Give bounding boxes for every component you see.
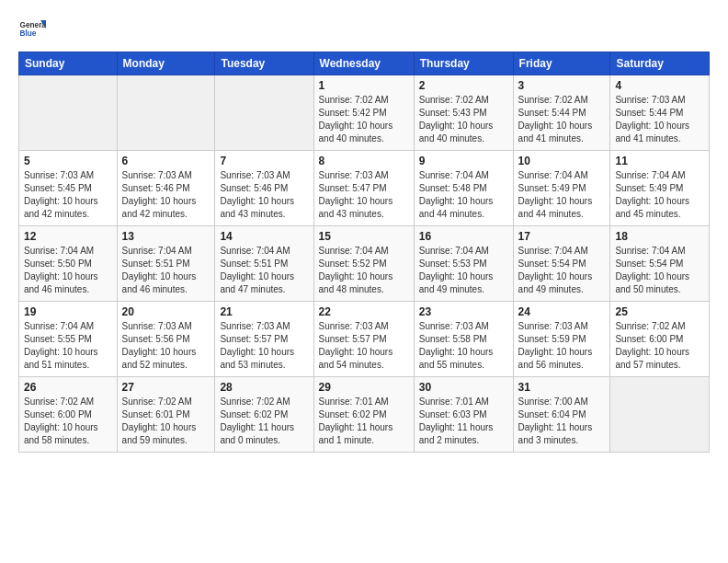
day-number: 16 bbox=[419, 230, 508, 243]
day-info: Sunrise: 7:03 AM Sunset: 5:46 PM Dayligh… bbox=[122, 169, 210, 221]
calendar-cell: 7Sunrise: 7:03 AM Sunset: 5:46 PM Daylig… bbox=[215, 151, 313, 226]
calendar-cell bbox=[117, 75, 215, 151]
calendar-cell: 5Sunrise: 7:03 AM Sunset: 5:45 PM Daylig… bbox=[19, 151, 118, 226]
calendar-cell: 24Sunrise: 7:03 AM Sunset: 5:59 PM Dayli… bbox=[513, 302, 610, 377]
day-number: 13 bbox=[122, 230, 210, 243]
calendar-cell bbox=[610, 377, 710, 453]
calendar-week-row: 5Sunrise: 7:03 AM Sunset: 5:45 PM Daylig… bbox=[19, 151, 710, 226]
weekday-row: SundayMondayTuesdayWednesdayThursdayFrid… bbox=[19, 52, 710, 75]
day-info: Sunrise: 7:03 AM Sunset: 5:46 PM Dayligh… bbox=[220, 169, 308, 221]
calendar-week-row: 1Sunrise: 7:02 AM Sunset: 5:42 PM Daylig… bbox=[19, 75, 710, 151]
day-info: Sunrise: 7:04 AM Sunset: 5:49 PM Dayligh… bbox=[615, 169, 704, 221]
calendar-cell: 26Sunrise: 7:02 AM Sunset: 6:00 PM Dayli… bbox=[19, 377, 118, 453]
calendar-cell: 16Sunrise: 7:04 AM Sunset: 5:53 PM Dayli… bbox=[414, 226, 513, 302]
calendar-cell: 13Sunrise: 7:04 AM Sunset: 5:51 PM Dayli… bbox=[117, 226, 215, 302]
day-number: 7 bbox=[220, 155, 308, 167]
calendar-cell: 6Sunrise: 7:03 AM Sunset: 5:46 PM Daylig… bbox=[117, 151, 215, 226]
day-info: Sunrise: 7:03 AM Sunset: 5:57 PM Dayligh… bbox=[319, 320, 409, 372]
day-number: 27 bbox=[122, 381, 210, 394]
day-info: Sunrise: 7:04 AM Sunset: 5:53 PM Dayligh… bbox=[419, 245, 508, 296]
day-info: Sunrise: 7:00 AM Sunset: 6:04 PM Dayligh… bbox=[518, 396, 606, 447]
day-number: 1 bbox=[319, 79, 409, 92]
calendar-cell: 22Sunrise: 7:03 AM Sunset: 5:57 PM Dayli… bbox=[313, 302, 414, 377]
day-info: Sunrise: 7:01 AM Sunset: 6:02 PM Dayligh… bbox=[319, 396, 409, 447]
calendar-cell: 19Sunrise: 7:04 AM Sunset: 5:55 PM Dayli… bbox=[19, 302, 118, 377]
calendar-cell: 31Sunrise: 7:00 AM Sunset: 6:04 PM Dayli… bbox=[513, 377, 610, 453]
day-info: Sunrise: 7:02 AM Sunset: 6:00 PM Dayligh… bbox=[24, 396, 112, 447]
day-info: Sunrise: 7:03 AM Sunset: 5:56 PM Dayligh… bbox=[122, 320, 210, 372]
day-info: Sunrise: 7:01 AM Sunset: 6:03 PM Dayligh… bbox=[419, 396, 508, 447]
calendar-cell: 10Sunrise: 7:04 AM Sunset: 5:49 PM Dayli… bbox=[513, 151, 610, 226]
day-info: Sunrise: 7:02 AM Sunset: 5:42 PM Dayligh… bbox=[319, 94, 409, 145]
day-number: 22 bbox=[319, 305, 409, 318]
day-info: Sunrise: 7:03 AM Sunset: 5:59 PM Dayligh… bbox=[518, 320, 606, 372]
day-number: 12 bbox=[24, 230, 112, 243]
day-number: 3 bbox=[518, 79, 606, 92]
day-number: 26 bbox=[24, 381, 112, 394]
calendar-body: 1Sunrise: 7:02 AM Sunset: 5:42 PM Daylig… bbox=[19, 75, 710, 453]
calendar-cell: 9Sunrise: 7:04 AM Sunset: 5:48 PM Daylig… bbox=[414, 151, 513, 226]
day-number: 20 bbox=[122, 305, 210, 318]
day-number: 5 bbox=[24, 155, 112, 167]
day-info: Sunrise: 7:04 AM Sunset: 5:51 PM Dayligh… bbox=[122, 245, 210, 296]
calendar-cell: 20Sunrise: 7:03 AM Sunset: 5:56 PM Dayli… bbox=[117, 302, 215, 377]
weekday-header: Saturday bbox=[610, 52, 710, 75]
day-info: Sunrise: 7:04 AM Sunset: 5:54 PM Dayligh… bbox=[615, 245, 704, 296]
day-number: 11 bbox=[615, 155, 704, 167]
calendar-cell: 29Sunrise: 7:01 AM Sunset: 6:02 PM Dayli… bbox=[313, 377, 414, 453]
svg-text:Blue: Blue bbox=[20, 29, 37, 38]
weekday-header: Tuesday bbox=[215, 52, 313, 75]
day-info: Sunrise: 7:02 AM Sunset: 5:43 PM Dayligh… bbox=[419, 94, 508, 145]
calendar-header: SundayMondayTuesdayWednesdayThursdayFrid… bbox=[19, 52, 710, 75]
day-number: 17 bbox=[518, 230, 606, 243]
day-info: Sunrise: 7:04 AM Sunset: 5:49 PM Dayligh… bbox=[518, 169, 606, 221]
header: General Blue bbox=[18, 15, 710, 42]
calendar-cell: 2Sunrise: 7:02 AM Sunset: 5:43 PM Daylig… bbox=[414, 75, 513, 151]
day-number: 6 bbox=[122, 155, 210, 167]
calendar-week-row: 12Sunrise: 7:04 AM Sunset: 5:50 PM Dayli… bbox=[19, 226, 710, 302]
calendar-cell bbox=[19, 75, 118, 151]
weekday-header: Wednesday bbox=[313, 52, 414, 75]
day-number: 23 bbox=[419, 305, 508, 318]
calendar-week-row: 26Sunrise: 7:02 AM Sunset: 6:00 PM Dayli… bbox=[19, 377, 710, 453]
logo-icon: General Blue bbox=[18, 15, 46, 42]
day-info: Sunrise: 7:02 AM Sunset: 6:00 PM Dayligh… bbox=[615, 320, 704, 372]
calendar-cell: 28Sunrise: 7:02 AM Sunset: 6:02 PM Dayli… bbox=[215, 377, 313, 453]
day-info: Sunrise: 7:03 AM Sunset: 5:47 PM Dayligh… bbox=[319, 169, 409, 221]
day-number: 31 bbox=[518, 381, 606, 394]
day-info: Sunrise: 7:02 AM Sunset: 5:44 PM Dayligh… bbox=[518, 94, 606, 145]
page-container: General Blue SundayMondayTuesdayWednesda… bbox=[0, 0, 728, 462]
day-info: Sunrise: 7:04 AM Sunset: 5:48 PM Dayligh… bbox=[419, 169, 508, 221]
calendar: SundayMondayTuesdayWednesdayThursdayFrid… bbox=[18, 52, 710, 453]
weekday-header: Thursday bbox=[414, 52, 513, 75]
day-number: 21 bbox=[220, 305, 308, 318]
day-number: 18 bbox=[615, 230, 704, 243]
day-number: 4 bbox=[615, 79, 704, 92]
calendar-cell: 4Sunrise: 7:03 AM Sunset: 5:44 PM Daylig… bbox=[610, 75, 710, 151]
calendar-cell: 3Sunrise: 7:02 AM Sunset: 5:44 PM Daylig… bbox=[513, 75, 610, 151]
day-number: 10 bbox=[518, 155, 606, 167]
day-number: 8 bbox=[319, 155, 409, 167]
calendar-cell: 25Sunrise: 7:02 AM Sunset: 6:00 PM Dayli… bbox=[610, 302, 710, 377]
calendar-cell: 18Sunrise: 7:04 AM Sunset: 5:54 PM Dayli… bbox=[610, 226, 710, 302]
calendar-cell: 21Sunrise: 7:03 AM Sunset: 5:57 PM Dayli… bbox=[215, 302, 313, 377]
calendar-cell bbox=[215, 75, 313, 151]
day-number: 15 bbox=[319, 230, 409, 243]
calendar-cell: 14Sunrise: 7:04 AM Sunset: 5:51 PM Dayli… bbox=[215, 226, 313, 302]
calendar-cell: 23Sunrise: 7:03 AM Sunset: 5:58 PM Dayli… bbox=[414, 302, 513, 377]
calendar-cell: 12Sunrise: 7:04 AM Sunset: 5:50 PM Dayli… bbox=[19, 226, 118, 302]
day-number: 14 bbox=[220, 230, 308, 243]
day-info: Sunrise: 7:04 AM Sunset: 5:55 PM Dayligh… bbox=[24, 320, 112, 372]
day-info: Sunrise: 7:03 AM Sunset: 5:44 PM Dayligh… bbox=[615, 94, 704, 145]
weekday-header: Friday bbox=[513, 52, 610, 75]
calendar-cell: 15Sunrise: 7:04 AM Sunset: 5:52 PM Dayli… bbox=[313, 226, 414, 302]
day-info: Sunrise: 7:03 AM Sunset: 5:45 PM Dayligh… bbox=[24, 169, 112, 221]
day-number: 25 bbox=[615, 305, 704, 318]
calendar-week-row: 19Sunrise: 7:04 AM Sunset: 5:55 PM Dayli… bbox=[19, 302, 710, 377]
day-number: 29 bbox=[319, 381, 409, 394]
logo: General Blue bbox=[18, 15, 51, 42]
weekday-header: Sunday bbox=[19, 52, 118, 75]
calendar-cell: 1Sunrise: 7:02 AM Sunset: 5:42 PM Daylig… bbox=[313, 75, 414, 151]
day-info: Sunrise: 7:02 AM Sunset: 6:01 PM Dayligh… bbox=[122, 396, 210, 447]
weekday-header: Monday bbox=[117, 52, 215, 75]
